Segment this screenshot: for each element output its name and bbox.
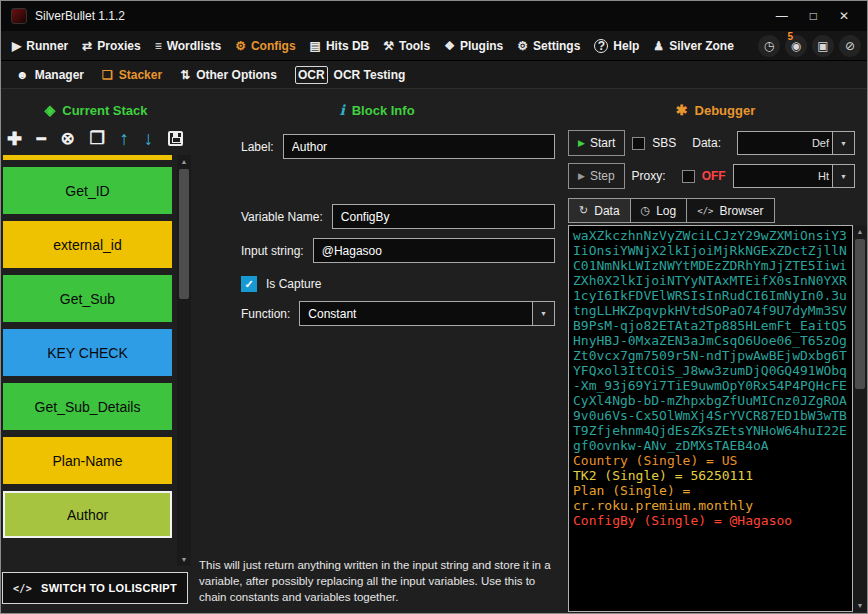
input-string-row: Input string:	[241, 238, 555, 263]
save-icon	[168, 131, 183, 146]
stack-block-key-check[interactable]: KEY CHECK	[3, 329, 172, 376]
tab-data[interactable]: ↻Data	[568, 198, 631, 223]
app-window: SilverBullet 1.1.2 — □ ✕ ▶Runner ⇄Proxie…	[0, 0, 868, 614]
move-up-button[interactable]: ↑	[120, 129, 130, 148]
chevron-down-icon[interactable]: ▼	[832, 132, 854, 154]
scroll-up-icon[interactable]: ▲	[181, 156, 188, 167]
proxy-type-combo[interactable]: Ht ▼	[733, 164, 855, 188]
log-scrollbar[interactable]: ▲ ▼	[853, 225, 867, 612]
log-scrollbar-thumb[interactable]	[855, 239, 865, 389]
subnav-manager[interactable]: ☻Manager	[7, 68, 93, 82]
debugger-panel: ✱ Debugger ▶ Start SBS Data: Def ▼	[564, 89, 867, 613]
stack-block-external-id[interactable]: external_id	[3, 221, 172, 268]
menu-settings[interactable]: ⚙Settings	[510, 31, 587, 60]
function-dropdown[interactable]: Constant ▼	[299, 301, 555, 326]
debugger-tabs: ↻Data ◷Log </>Browser	[568, 198, 855, 223]
tools-icon: ⚒	[383, 39, 394, 53]
menubar-icon-cluster: ◷ ◉ ▣ ⊘	[758, 35, 863, 57]
data-combo[interactable]: Def ▼	[737, 131, 855, 155]
stack-panel-header: ◈ Current Stack	[1, 97, 191, 123]
variable-name-input[interactable]	[332, 204, 555, 229]
subnav-ocr-testing[interactable]: OCROCR Testing	[286, 66, 414, 84]
scroll-up-icon[interactable]: ▲	[857, 226, 864, 237]
close-button[interactable]: ✕	[839, 9, 849, 23]
menu-silver-zone[interactable]: ♟Silver Zone	[646, 31, 740, 60]
mute-icon[interactable]: ⊘	[839, 35, 861, 57]
stack-block-partial[interactable]	[3, 155, 172, 160]
variable-name-caption: Variable Name:	[241, 210, 323, 224]
window-title: SilverBullet 1.1.2	[35, 9, 125, 23]
notification-badge: 5	[787, 31, 793, 42]
switch-label: SWITCH TO LOLISCRIPT	[41, 582, 177, 594]
block-info-header: i Block Info	[199, 97, 555, 123]
tab-browser[interactable]: </>Browser	[686, 198, 774, 223]
database-icon: ▤	[310, 39, 321, 53]
stack-toolbar: ✚ ━ ⊗ ❐ ↑ ↓	[1, 123, 191, 155]
stack-block-get-sub-details[interactable]: Get_Sub_Details	[3, 383, 172, 430]
switch-to-loliscript-button[interactable]: </> SWITCH TO LOLISCRIPT	[2, 572, 188, 604]
plugins-icon: ❖	[444, 39, 455, 53]
subnav-label: Other Options	[196, 68, 277, 82]
scroll-down-icon[interactable]: ▼	[857, 600, 864, 611]
tab-log[interactable]: ◷Log	[630, 198, 688, 223]
chevron-down-icon[interactable]: ▼	[832, 165, 854, 187]
menu-configs[interactable]: ⚙Configs	[228, 31, 302, 60]
scroll-down-icon[interactable]: ▼	[181, 554, 188, 565]
menu-runner[interactable]: ▶Runner	[5, 31, 75, 60]
configs-subnav: ☻Manager ❏Stacker ⇅Other Options OCROCR …	[1, 61, 867, 89]
subnav-stacker[interactable]: ❏Stacker	[93, 68, 171, 82]
data-caption: Data:	[692, 136, 721, 150]
start-button[interactable]: ▶ Start	[568, 130, 625, 156]
minimize-button[interactable]: —	[776, 9, 788, 23]
log-capture-tk2: TK2 (Single) = 56250111	[573, 468, 848, 483]
is-capture-row: ✓ Is Capture	[241, 276, 555, 292]
log-capture-configby: ConfigBy (Single) = @Hagasoo	[573, 513, 848, 528]
maximize-button[interactable]: □	[810, 9, 817, 23]
stack-block-author[interactable]: Author	[3, 491, 172, 538]
menu-label: Hits DB	[326, 39, 369, 53]
add-block-button[interactable]: ✚	[7, 130, 22, 148]
menu-wordlists[interactable]: ≡Wordlists	[148, 31, 228, 60]
stack-scrollbar[interactable]: ▲ ▼	[177, 155, 191, 566]
is-capture-checkbox[interactable]: ✓	[241, 276, 257, 292]
remove-block-button[interactable]: ━	[37, 131, 46, 146]
is-capture-label: Is Capture	[266, 277, 321, 291]
proxy-checkbox[interactable]	[682, 170, 695, 183]
stack-icon: ◈	[44, 102, 55, 118]
menu-hits-db[interactable]: ▤Hits DB	[303, 31, 377, 60]
tab-label: Log	[656, 204, 676, 218]
menu-proxies[interactable]: ⇄Proxies	[75, 31, 147, 60]
label-input[interactable]	[283, 134, 555, 159]
sbs-checkbox[interactable]	[632, 137, 645, 150]
save-stack-button[interactable]	[168, 131, 183, 146]
play-icon: ▶	[578, 171, 585, 181]
play-icon: ▶	[578, 138, 585, 148]
runner-icon: ▶	[12, 39, 21, 53]
menu-tools[interactable]: ⚒Tools	[376, 31, 437, 60]
clock-icon: ◷	[641, 204, 651, 217]
menu-help[interactable]: ?Help	[587, 31, 646, 60]
step-button[interactable]: ▶ Step	[568, 163, 625, 189]
stack-block-plan-name[interactable]: Plan-Name	[3, 437, 172, 484]
clone-block-button[interactable]: ❐	[90, 130, 105, 147]
stack-scrollbar-thumb[interactable]	[179, 169, 189, 299]
spacer	[199, 326, 555, 558]
chevron-down-icon[interactable]: ▼	[532, 302, 554, 325]
subnav-other-options[interactable]: ⇅Other Options	[171, 68, 286, 82]
debugger-row-start: ▶ Start SBS Data: Def ▼	[568, 130, 855, 156]
move-down-button[interactable]: ↓	[144, 129, 154, 148]
menu-plugins[interactable]: ❖Plugins	[437, 31, 510, 60]
debug-log[interactable]: waXZkczhnNzVyZWciLCJzY29wZXMiOnsiY3IiOns…	[568, 225, 853, 612]
configs-icon: ⚙	[235, 39, 246, 53]
wordlists-icon: ≡	[155, 39, 162, 53]
screen-icon[interactable]: ▣	[812, 35, 834, 57]
bug-icon: ✱	[676, 102, 688, 118]
debugger-row-step: ▶ Step Proxy: OFF Ht ▼	[568, 163, 855, 189]
gear-icon: ⚙	[517, 39, 528, 53]
stack-block-get-sub[interactable]: Get_Sub	[3, 275, 172, 322]
refresh-icon: ↻	[579, 204, 588, 217]
stack-block-get-id[interactable]: Get_ID	[3, 167, 172, 214]
disable-block-button[interactable]: ⊗	[61, 130, 75, 147]
history-icon[interactable]: ◷	[758, 35, 780, 57]
input-string-input[interactable]	[313, 238, 555, 263]
